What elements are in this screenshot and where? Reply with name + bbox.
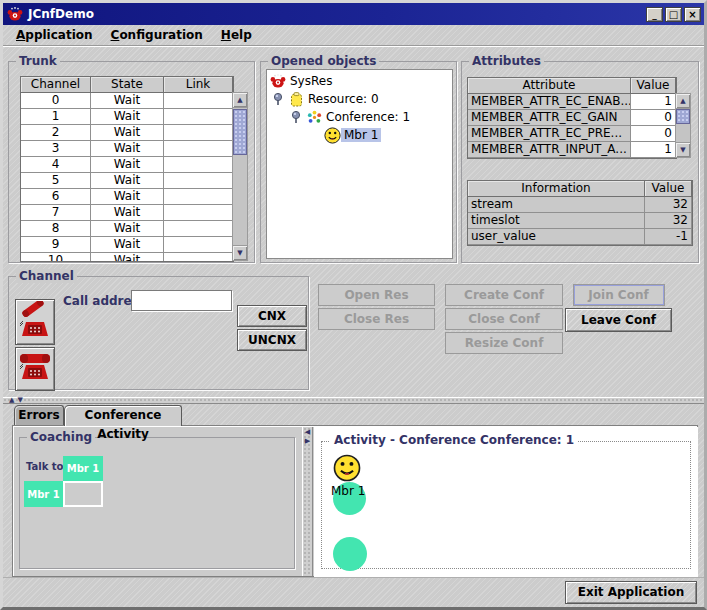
- title-bar[interactable]: JCnfDemo _ □ ×: [3, 3, 704, 25]
- table-cell[interactable]: [164, 141, 233, 157]
- table-cell[interactable]: Wait: [91, 173, 164, 189]
- table-cell[interactable]: [164, 189, 233, 205]
- table-cell[interactable]: Wait: [91, 221, 164, 237]
- join-conf-button[interactable]: Join Conf: [573, 284, 665, 306]
- scroll-down-button[interactable]: ▼: [233, 245, 247, 260]
- maximize-button[interactable]: □: [665, 7, 682, 22]
- tab-conference-activity[interactable]: Conference Activity: [64, 405, 182, 426]
- table-cell[interactable]: MEMBER_ATTR_EC_PRE...: [468, 126, 631, 142]
- tree-item[interactable]: Conference: 1: [267, 108, 452, 126]
- tab-errors[interactable]: Errors: [14, 405, 64, 425]
- table-cell[interactable]: [164, 125, 233, 141]
- table-cell[interactable]: [164, 237, 233, 253]
- disconnect-phone-button[interactable]: [15, 347, 55, 391]
- scroll-down-button[interactable]: ▼: [676, 142, 690, 157]
- table-cell[interactable]: Wait: [91, 93, 164, 109]
- coaching-row-header[interactable]: Mbr 1: [24, 481, 63, 507]
- scroll-up-button[interactable]: ▲: [676, 94, 690, 109]
- expand-toggle-icon[interactable]: [269, 92, 287, 107]
- divider-right-icon[interactable]: ▶: [305, 438, 310, 445]
- cnx-button[interactable]: CNX: [237, 305, 307, 327]
- member-smiley-icon[interactable]: [333, 454, 361, 482]
- table-cell[interactable]: Wait: [91, 157, 164, 173]
- exit-application-button[interactable]: Exit Application: [565, 581, 697, 604]
- table-cell[interactable]: MEMBER_ATTR_EC_GAIN: [468, 110, 631, 126]
- table-cell[interactable]: 1: [21, 109, 91, 125]
- table-cell[interactable]: [164, 205, 233, 221]
- menu-application[interactable]: Application: [7, 26, 102, 44]
- table-row[interactable]: 2Wait: [21, 125, 233, 141]
- table-row[interactable]: MEMBER_ATTR_EC_ENAB...1: [468, 94, 676, 110]
- scroll-track[interactable]: [676, 109, 690, 142]
- leave-conf-button[interactable]: Leave Conf: [565, 308, 672, 332]
- coaching-column-header[interactable]: Mbr 1: [63, 456, 103, 481]
- uncnx-button[interactable]: UNCNX: [237, 329, 307, 351]
- call-address-input[interactable]: [131, 290, 232, 311]
- horizontal-split-divider[interactable]: ▲ ▼: [3, 397, 704, 404]
- column-header[interactable]: Information: [468, 181, 645, 197]
- table-row[interactable]: 9Wait: [21, 237, 233, 253]
- table-cell[interactable]: [164, 221, 233, 237]
- activity-indicator[interactable]: [333, 537, 367, 571]
- table-row[interactable]: 1Wait: [21, 109, 233, 125]
- table-cell[interactable]: MEMBER_ATTR_INPUT_A...: [468, 142, 631, 158]
- table-cell[interactable]: 0: [631, 126, 676, 142]
- table-row[interactable]: MEMBER_ATTR_EC_GAIN0: [468, 110, 676, 126]
- column-header[interactable]: State: [91, 77, 164, 93]
- connect-phone-button[interactable]: [15, 299, 55, 345]
- table-cell[interactable]: 4: [21, 157, 91, 173]
- table-row[interactable]: MEMBER_ATTR_EC_PRE...0: [468, 126, 676, 142]
- table-cell[interactable]: [164, 109, 233, 125]
- table-cell[interactable]: 9: [21, 237, 91, 253]
- minimize-button[interactable]: _: [646, 7, 663, 22]
- table-row[interactable]: 8Wait: [21, 221, 233, 237]
- scroll-track[interactable]: [233, 108, 247, 245]
- table-row[interactable]: 3Wait: [21, 141, 233, 157]
- table-cell[interactable]: Wait: [91, 237, 164, 253]
- table-cell[interactable]: Wait: [91, 109, 164, 125]
- tree-item-label[interactable]: Resource: 0: [305, 92, 382, 106]
- coaching-matrix-cell[interactable]: [63, 481, 103, 507]
- table-cell[interactable]: 3: [21, 141, 91, 157]
- table-cell[interactable]: 1: [631, 94, 676, 110]
- table-cell[interactable]: Wait: [91, 141, 164, 157]
- table-row[interactable]: 4Wait: [21, 157, 233, 173]
- table-cell[interactable]: Wait: [91, 125, 164, 141]
- table-cell[interactable]: 10: [21, 253, 91, 261]
- table-row[interactable]: 5Wait: [21, 173, 233, 189]
- tree-item[interactable]: Resource: 0: [267, 90, 452, 108]
- table-cell[interactable]: [164, 173, 233, 189]
- expand-toggle-icon[interactable]: [287, 110, 305, 125]
- table-row[interactable]: MEMBER_ATTR_INPUT_A...1: [468, 142, 676, 158]
- menu-help[interactable]: Help: [212, 26, 261, 44]
- column-header[interactable]: Attribute: [468, 78, 631, 94]
- column-header[interactable]: Channel: [21, 77, 91, 93]
- table-cell[interactable]: [164, 253, 233, 261]
- table-cell[interactable]: [164, 157, 233, 173]
- table-row[interactable]: 7Wait: [21, 205, 233, 221]
- divider-expand-icon[interactable]: ▼: [17, 397, 22, 404]
- column-header[interactable]: Link: [164, 77, 233, 93]
- menu-configuration[interactable]: Configuration: [102, 26, 212, 44]
- open-res-button[interactable]: Open Res: [318, 284, 435, 306]
- scroll-thumb[interactable]: [676, 109, 690, 124]
- table-row[interactable]: 0Wait: [21, 93, 233, 109]
- tree-item[interactable]: SysRes: [267, 72, 452, 90]
- table-cell[interactable]: 7: [21, 205, 91, 221]
- table-cell[interactable]: Wait: [91, 205, 164, 221]
- divider-left-icon[interactable]: ◀: [305, 429, 310, 436]
- column-header[interactable]: Value: [631, 78, 676, 94]
- column-header[interactable]: Value: [645, 181, 692, 197]
- scroll-thumb[interactable]: [233, 109, 247, 155]
- table-row[interactable]: 6Wait: [21, 189, 233, 205]
- table-row[interactable]: 10Wait: [21, 253, 233, 261]
- table-cell[interactable]: 6: [21, 189, 91, 205]
- trunk-scrollbar[interactable]: ▲ ▼: [232, 92, 248, 261]
- resize-conf-button[interactable]: Resize Conf: [445, 332, 563, 354]
- divider-collapse-icon[interactable]: ▲: [9, 397, 14, 404]
- scroll-up-button[interactable]: ▲: [233, 93, 247, 108]
- table-cell[interactable]: 2: [21, 125, 91, 141]
- table-cell[interactable]: 8: [21, 221, 91, 237]
- table-cell[interactable]: 0: [631, 110, 676, 126]
- table-cell[interactable]: 1: [631, 142, 676, 158]
